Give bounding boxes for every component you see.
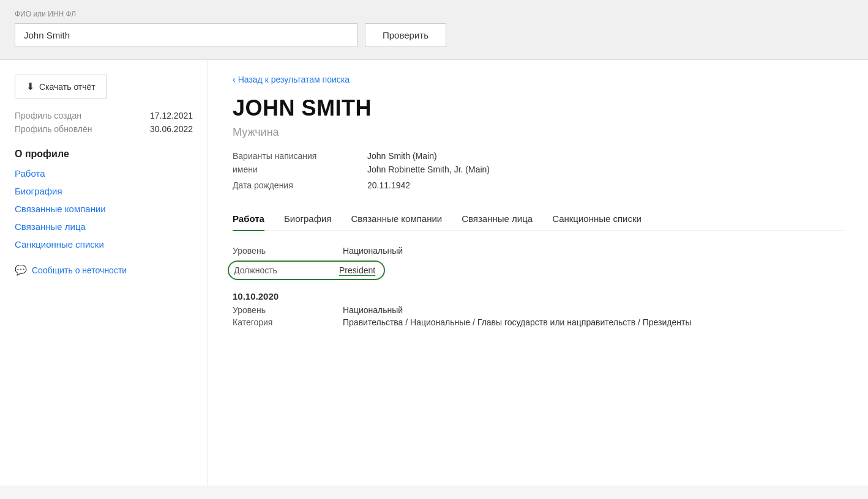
meta-value-created: 17.12.2021 [150,111,193,120]
tab-companies[interactable]: Связанные компании [351,207,442,231]
search-row: Проверить [15,23,853,47]
info-key-variants2: имени [233,164,367,174]
tab-sanctions[interactable]: Санкционные списки [552,207,642,231]
work-key-level: Уровень [233,246,343,256]
sidebar-item-biografia[interactable]: Биография [15,186,193,196]
download-button-label: Скачать отчёт [39,82,95,92]
chevron-left-icon: ‹ [233,75,236,84]
back-link-label: Назад к результатам поиска [238,75,350,84]
info-row-dob: Дата рождения 20.11.1942 [233,180,844,190]
back-link[interactable]: ‹ Назад к результатам поиска [233,75,350,84]
search-button[interactable]: Проверить [365,23,446,47]
info-row-variants2: имени John Robinette Smith, Jr. (Main) [233,164,844,174]
info-table: Варианты написания John Smith (Main) име… [233,151,844,190]
work-date: 10.10.2020 [233,291,844,301]
work-key-position: Должность [229,265,339,275]
info-value-variants: John Smith (Main) [367,151,437,161]
info-row-variants: Варианты написания John Smith (Main) [233,151,844,161]
sidebar-nav: Работа Биография Связанные компании Связ… [15,168,193,250]
work-key-level2: Уровень [233,305,343,315]
meta-label-updated: Профиль обновлён [15,124,92,134]
circled-position-row: Должность President [228,261,385,280]
person-gender: Мужчина [233,126,844,139]
work-section: Уровень Национальный Должность President… [233,246,844,327]
tab-rabota[interactable]: Работа [233,207,264,231]
search-input[interactable] [15,23,357,47]
search-bar: ФИО или ИНН ФЛ Проверить [0,0,868,60]
meta-row-updated: Профиль обновлён 30.06.2022 [15,124,193,134]
sidebar: ⬇ Скачать отчёт Профиль создан 17.12.202… [0,60,208,486]
work-value-level: Национальный [343,246,403,256]
work-value-position: President [339,265,375,275]
work-row-level2: Уровень Национальный [233,305,844,315]
meta-label-created: Профиль создан [15,111,81,120]
sidebar-item-rabota[interactable]: Работа [15,168,193,179]
download-icon: ⬇ [26,81,34,92]
search-label: ФИО или ИНН ФЛ [15,10,853,18]
sidebar-item-persons[interactable]: Связанные лица [15,221,193,232]
info-key-dob: Дата рождения [233,180,367,190]
main-layout: ⬇ Скачать отчёт Профиль создан 17.12.202… [0,60,868,486]
content-area: ‹ Назад к результатам поиска JOHN SMITH … [208,60,868,486]
work-value-category: Правительства / Национальные / Главы гос… [343,317,692,327]
report-icon: 💬 [15,264,27,276]
sidebar-item-companies[interactable]: Связанные компании [15,204,193,214]
report-issue-label: Сообщить о неточности [32,265,127,275]
info-value-dob: 20.11.1942 [367,180,410,190]
person-name: JOHN SMITH [233,95,844,121]
tabs-bar: Работа Биография Связанные компании Связ… [233,207,844,231]
meta-value-updated: 30.06.2022 [150,124,193,134]
tab-persons[interactable]: Связанные лица [462,207,533,231]
sidebar-section-title: О профиле [15,149,193,160]
work-key-category: Категория [233,317,343,327]
work-row-category: Категория Правительства / Национальные /… [233,317,844,327]
sidebar-item-sanctions[interactable]: Санкционные списки [15,239,193,250]
tab-biografia[interactable]: Биография [284,207,332,231]
work-row-level: Уровень Национальный [233,246,844,256]
meta-table: Профиль создан 17.12.2021 Профиль обновл… [15,111,193,134]
info-value-variants2: John Robinette Smith, Jr. (Main) [367,164,490,174]
work-value-level2: Национальный [343,305,403,315]
report-issue-button[interactable]: 💬 Сообщить о неточности [15,264,193,276]
info-key-variants: Варианты написания [233,151,367,161]
download-button[interactable]: ⬇ Скачать отчёт [15,75,107,98]
meta-row-created: Профиль создан 17.12.2021 [15,111,193,120]
